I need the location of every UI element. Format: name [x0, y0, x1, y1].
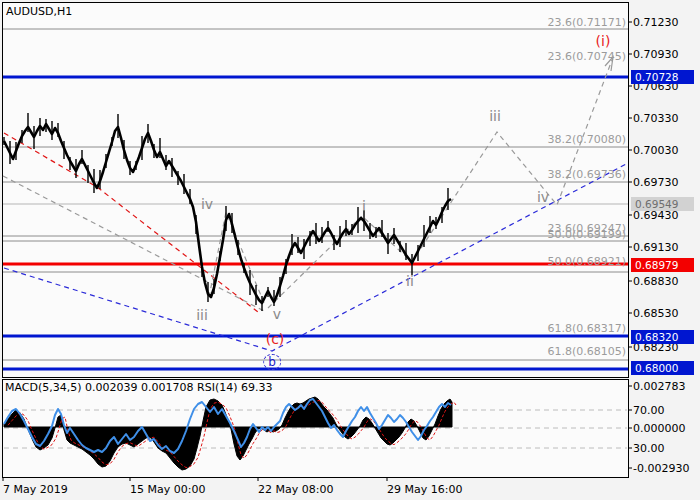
- fib-level-label: 50.0(0.68921): [547, 255, 626, 268]
- indicator-axis-label: 70.00: [633, 404, 665, 417]
- price-axis-label: 0.69730: [633, 176, 679, 189]
- symbol-timeframe-label: AUDUSD,H1: [6, 5, 72, 18]
- price-axis-label: 0.70930: [633, 48, 679, 61]
- wave-label: iii: [489, 108, 501, 124]
- wave-label: (i): [596, 33, 611, 49]
- price-badge: 0.68979: [631, 258, 694, 272]
- wave-label: iv: [201, 196, 213, 212]
- price-badge: 0.68320: [631, 330, 694, 344]
- price-axis-label: 0.70030: [633, 144, 679, 157]
- trading-chart-window: AUDUSD,H1 0.712300.709300.706300.703300.…: [0, 0, 700, 500]
- indicator-axis-label: -0.002930: [633, 462, 689, 475]
- price-axis-label: 0.68530: [633, 307, 679, 320]
- price-badge: 0.70728: [631, 70, 694, 84]
- fib-level-label: 50.0(0.69199): [547, 228, 626, 241]
- wave-label: b: [263, 354, 281, 370]
- fib-level-label: 61.8(0.68317): [547, 322, 626, 335]
- fib-level-label: 23.6(0.71171): [547, 16, 626, 29]
- fib-level-label: 23.6(0.70745): [547, 50, 626, 63]
- price-axis-label: 0.69130: [633, 241, 679, 254]
- indicator-axis-label: 0.000000: [633, 422, 686, 435]
- price-badge: 0.68000: [631, 361, 694, 375]
- fib-level-label: 38.2(0.69736): [547, 168, 626, 181]
- main-plot-area: [3, 3, 629, 378]
- indicator-axis-label: 30.00: [633, 442, 665, 455]
- chart-canvas: [0, 0, 700, 500]
- price-badge: 0.69549: [631, 197, 694, 211]
- time-axis-label: 29 May 16:00: [387, 483, 462, 496]
- wave-label: iii: [196, 307, 208, 323]
- price-axis-label: 0.68830: [633, 275, 679, 288]
- price-axis-label: 0.71230: [633, 16, 679, 29]
- time-axis-label: 22 May 08:00: [258, 483, 333, 496]
- fib-level-label: 61.8(0.68105): [547, 345, 626, 358]
- wave-label: v: [273, 306, 281, 322]
- price-axis-label: 0.70330: [633, 112, 679, 125]
- time-axis-label: 15 May 00:00: [130, 483, 205, 496]
- wave-label: i: [362, 198, 366, 214]
- indicator-axis-label: 0.002783: [633, 380, 686, 393]
- fib-level-label: 38.2(0.70080): [547, 133, 626, 146]
- wave-label: ii: [406, 273, 414, 289]
- wave-label: (c): [266, 331, 285, 347]
- wave-label: iv: [537, 189, 549, 205]
- time-axis-label: 7 May 2019: [3, 483, 68, 496]
- indicator-header: MACD(5,34,5) 0.002039 0.001708 RSI(14) 6…: [5, 381, 272, 394]
